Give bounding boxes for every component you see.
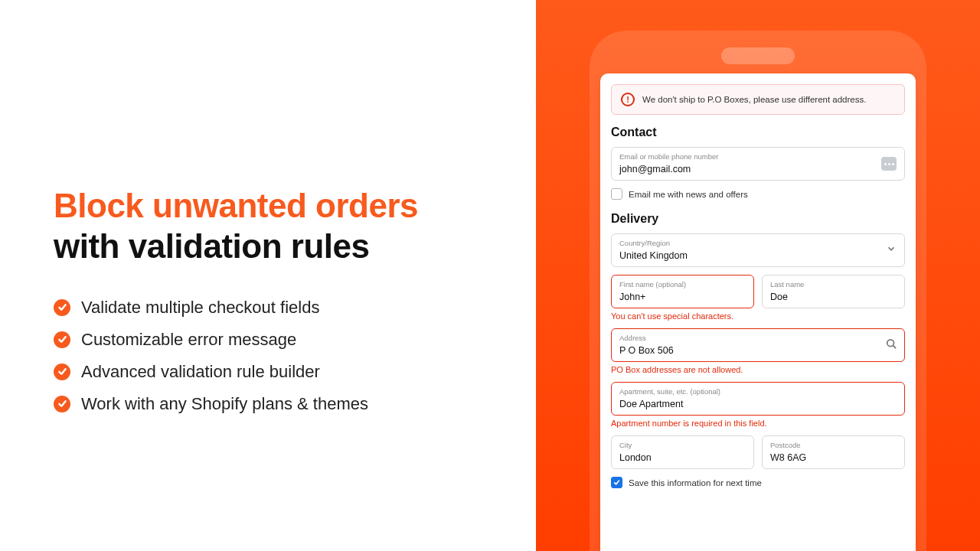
country-label: Country/Region <box>619 239 897 247</box>
postcode-field[interactable]: Postcode W8 6AG <box>762 435 905 469</box>
feature-text: Customizable error message <box>81 330 296 350</box>
country-select[interactable]: Country/Region United Kingdom <box>611 233 905 267</box>
checkbox-unchecked-icon[interactable] <box>611 188 622 200</box>
apartment-error: Apartment number is required in this fie… <box>611 419 905 428</box>
news-checkbox-row[interactable]: Email me with news and offers <box>611 188 905 200</box>
feature-list: Validate multiple checkout fields Custom… <box>54 298 490 426</box>
svg-line-1 <box>893 346 897 349</box>
headline-orange: Block unwanted orders <box>54 186 490 227</box>
phone-frame: ! We don't ship to P.O Boxes, please use… <box>590 31 926 551</box>
address-error: PO Box addresses are not allowed. <box>611 365 905 374</box>
email-field[interactable]: Email or mobile phone number john@gmail.… <box>611 147 905 181</box>
preview-panel: ! We don't ship to P.O Boxes, please use… <box>536 0 980 551</box>
feature-item: Validate multiple checkout fields <box>54 298 490 318</box>
feature-item: Customizable error message <box>54 330 490 350</box>
chevron-down-icon <box>886 243 897 257</box>
autofill-icon[interactable] <box>881 157 897 171</box>
address-label: Address <box>619 334 897 342</box>
address-field[interactable]: Address P O Box 506 <box>611 328 905 362</box>
alert-icon: ! <box>621 93 635 106</box>
apartment-field[interactable]: Apartment, suite, etc. (optional) Doe Ap… <box>611 382 905 416</box>
check-icon <box>54 299 70 316</box>
check-icon <box>54 396 70 412</box>
email-label: Email or mobile phone number <box>619 152 897 161</box>
checkout-screen: ! We don't ship to P.O Boxes, please use… <box>600 73 916 551</box>
check-icon <box>54 331 70 348</box>
apartment-label: Apartment, suite, etc. (optional) <box>619 387 897 396</box>
postcode-value: W8 6AG <box>770 452 806 463</box>
city-value: London <box>619 452 652 463</box>
save-info-row[interactable]: Save this information for next time <box>611 477 905 488</box>
headline-black: with validation rules <box>54 227 490 267</box>
postcode-label: Postcode <box>770 441 897 449</box>
page-title: Block unwanted orders with validation ru… <box>54 186 490 267</box>
delivery-heading: Delivery <box>611 212 905 226</box>
banner-text: We don't ship to P.O Boxes, please use d… <box>642 95 866 104</box>
feature-text: Advanced validation rule builder <box>81 362 320 382</box>
first-name-field[interactable]: First name (optional) John+ <box>611 275 754 308</box>
city-label: City <box>619 441 746 449</box>
first-name-value: John+ <box>619 292 645 302</box>
save-label: Save this information for next time <box>629 478 762 487</box>
address-value: P O Box 506 <box>619 345 674 356</box>
last-name-value: Doe <box>770 292 788 302</box>
error-banner: ! We don't ship to P.O Boxes, please use… <box>611 84 905 115</box>
feature-text: Validate multiple checkout fields <box>81 298 319 318</box>
check-icon <box>54 364 70 380</box>
city-field[interactable]: City London <box>611 435 754 469</box>
feature-item: Work with any Shopify plans & themes <box>54 394 490 414</box>
first-name-error: You can't use special characters. <box>611 311 905 321</box>
news-label: Email me with news and offers <box>629 190 748 199</box>
apartment-value: Doe Apartment <box>619 399 683 409</box>
svg-point-0 <box>887 340 894 347</box>
marketing-panel: Block unwanted orders with validation ru… <box>0 0 536 551</box>
checkbox-checked-icon[interactable] <box>611 477 622 488</box>
contact-heading: Contact <box>611 126 905 139</box>
feature-item: Advanced validation rule builder <box>54 362 490 382</box>
feature-text: Work with any Shopify plans & themes <box>81 394 368 414</box>
last-name-field[interactable]: Last name Doe <box>762 275 905 308</box>
email-value: john@gmail.com <box>619 164 691 174</box>
first-name-label: First name (optional) <box>619 280 746 289</box>
country-value: United Kingdom <box>619 250 688 261</box>
search-icon[interactable] <box>886 338 897 352</box>
last-name-label: Last name <box>770 280 897 289</box>
phone-notch <box>721 47 795 64</box>
